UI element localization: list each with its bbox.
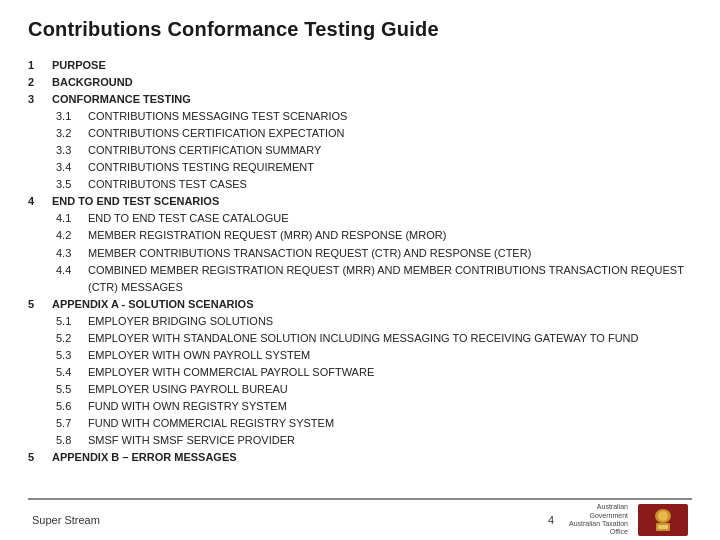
toc-item: 4.1END TO END TEST CASE CATALOGUE — [28, 210, 692, 227]
toc-item: 4END TO END TEST SCENARIOS — [28, 193, 692, 210]
toc-num: 5 — [28, 449, 52, 466]
toc-num: 3.5 — [56, 176, 88, 193]
toc-label: APPENDIX B – ERROR MESSAGES — [52, 449, 237, 466]
toc-num: 2 — [28, 74, 52, 91]
toc-label: END TO END TEST CASE CATALOGUE — [88, 210, 289, 227]
toc-num: 4.1 — [56, 210, 88, 227]
toc-num: 1 — [28, 57, 52, 74]
toc-item: 1PURPOSE — [28, 57, 692, 74]
toc-label: CONTRIBUTIONS MESSAGING TEST SCENARIOS — [88, 108, 347, 125]
toc-label: EMPLOYER USING PAYROLL BUREAU — [88, 381, 288, 398]
footer-right: 4 Australian Government Australian Taxat… — [548, 504, 688, 536]
toc-num: 5.3 — [56, 347, 88, 364]
toc-num: 5.1 — [56, 313, 88, 330]
toc-label: SMSF WITH SMSF SERVICE PROVIDER — [88, 432, 295, 449]
toc-label: MEMBER CONTRIBUTIONS TRANSACTION REQUEST… — [88, 245, 531, 262]
toc-item: 5.1EMPLOYER BRIDGING SOLUTIONS — [28, 313, 692, 330]
svg-rect-4 — [658, 525, 668, 529]
toc-num: 5.6 — [56, 398, 88, 415]
toc-item: 3.3CONTRIBUTONS CERTIFICATION SUMMARY — [28, 142, 692, 159]
toc-item: 5.8SMSF WITH SMSF SERVICE PROVIDER — [28, 432, 692, 449]
toc-label: EMPLOYER WITH STANDALONE SOLUTION INCLUD… — [88, 330, 639, 347]
footer-left-label: Super Stream — [32, 514, 100, 526]
toc-label: APPENDIX A - SOLUTION SCENARIOS — [52, 296, 253, 313]
toc-label: CONTRIBUTONS TEST CASES — [88, 176, 247, 193]
toc-item: 3.1CONTRIBUTIONS MESSAGING TEST SCENARIO… — [28, 108, 692, 125]
toc-label: CONTRIBUTIONS CERTIFICATION EXPECTATION — [88, 125, 344, 142]
toc-num: 5.5 — [56, 381, 88, 398]
toc-item: 4.2MEMBER REGISTRATION REQUEST (MRR) AND… — [28, 227, 692, 244]
toc-label: FUND WITH COMMERCIAL REGISTRY SYSTEM — [88, 415, 334, 432]
toc-label: CONFORMANCE TESTING — [52, 91, 191, 108]
toc-item: 5APPENDIX A - SOLUTION SCENARIOS — [28, 296, 692, 313]
page: Contributions Conformance Testing Guide … — [0, 0, 720, 540]
toc-num: 3.1 — [56, 108, 88, 125]
toc-item: 5.7FUND WITH COMMERCIAL REGISTRY SYSTEM — [28, 415, 692, 432]
toc-num: 5.4 — [56, 364, 88, 381]
toc-item: 3CONFORMANCE TESTING — [28, 91, 692, 108]
page-title: Contributions Conformance Testing Guide — [28, 18, 692, 41]
toc-label: EMPLOYER WITH OWN PAYROLL SYSTEM — [88, 347, 310, 364]
toc-label: COMBINED MEMBER REGISTRATION REQUEST (MR… — [88, 262, 692, 296]
toc-label: BACKGROUND — [52, 74, 133, 91]
toc-num: 3.3 — [56, 142, 88, 159]
toc-item: 3.2CONTRIBUTIONS CERTIFICATION EXPECTATI… — [28, 125, 692, 142]
toc-num: 4.4 — [56, 262, 88, 296]
toc-num: 3.2 — [56, 125, 88, 142]
toc-item: 5APPENDIX B – ERROR MESSAGES — [28, 449, 692, 466]
toc-label: PURPOSE — [52, 57, 106, 74]
toc-label: END TO END TEST SCENARIOS — [52, 193, 219, 210]
svg-point-2 — [658, 511, 668, 521]
ato-logo: Australian Government Australian Taxatio… — [564, 504, 628, 536]
toc-num: 3 — [28, 91, 52, 108]
toc-num: 4.2 — [56, 227, 88, 244]
toc-label: CONTRIBUTIONS TESTING REQUIREMENT — [88, 159, 314, 176]
toc-label: MEMBER REGISTRATION REQUEST (MRR) AND RE… — [88, 227, 446, 244]
toc-item: 5.2EMPLOYER WITH STANDALONE SOLUTION INC… — [28, 330, 692, 347]
toc-item: 2BACKGROUND — [28, 74, 692, 91]
toc-label: EMPLOYER WITH COMMERCIAL PAYROLL SOFTWAR… — [88, 364, 374, 381]
toc-item: 3.4CONTRIBUTIONS TESTING REQUIREMENT — [28, 159, 692, 176]
toc-item: 4.3MEMBER CONTRIBUTIONS TRANSACTION REQU… — [28, 245, 692, 262]
toc-num: 5.2 — [56, 330, 88, 347]
toc-num: 3.4 — [56, 159, 88, 176]
toc-item: 4.4COMBINED MEMBER REGISTRATION REQUEST … — [28, 262, 692, 296]
ato-logo-text: Australian Government Australian Taxatio… — [564, 503, 628, 537]
toc-num: 4 — [28, 193, 52, 210]
toc-num: 5 — [28, 296, 52, 313]
toc-item: 5.3EMPLOYER WITH OWN PAYROLL SYSTEM — [28, 347, 692, 364]
toc-label: EMPLOYER BRIDGING SOLUTIONS — [88, 313, 273, 330]
toc-num: 4.3 — [56, 245, 88, 262]
toc-label: FUND WITH OWN REGISTRY SYSTEM — [88, 398, 287, 415]
toc-item: 3.5CONTRIBUTONS TEST CASES — [28, 176, 692, 193]
toc-item: 5.6FUND WITH OWN REGISTRY SYSTEM — [28, 398, 692, 415]
toc-num: 5.8 — [56, 432, 88, 449]
toc-item: 5.5EMPLOYER USING PAYROLL BUREAU — [28, 381, 692, 398]
footer: Super Stream 4 Australian Government Aus… — [28, 498, 692, 540]
table-of-contents: 1PURPOSE2BACKGROUND3CONFORMANCE TESTING3… — [28, 57, 692, 498]
ato-crest — [638, 504, 688, 536]
toc-num: 5.7 — [56, 415, 88, 432]
toc-item: 5.4EMPLOYER WITH COMMERCIAL PAYROLL SOFT… — [28, 364, 692, 381]
toc-label: CONTRIBUTONS CERTIFICATION SUMMARY — [88, 142, 321, 159]
footer-page-number: 4 — [548, 514, 554, 526]
